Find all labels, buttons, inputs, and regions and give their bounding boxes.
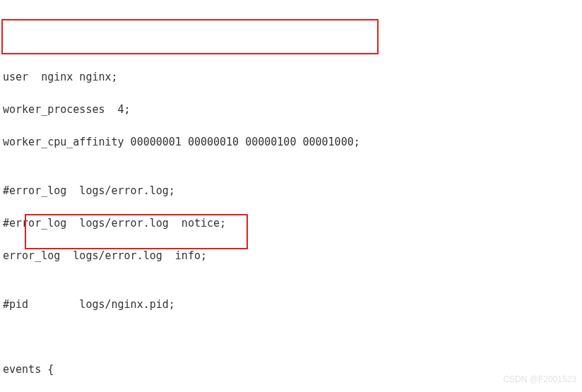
code-line-worker-cpu-affinity: worker_cpu_affinity 00000001 00000010 00… [3, 134, 579, 150]
highlight-box-worker [1, 19, 379, 54]
code-line: user nginx nginx; [3, 69, 579, 85]
code-line-events-open: events { [3, 362, 579, 378]
code-line: #error_log logs/error.log notice; [3, 215, 579, 232]
watermark-text: CSDN @F2001523 [503, 372, 576, 388]
code-line: #pid logs/nginx.pid; [3, 297, 579, 313]
code-line: #error_log logs/error.log; [3, 183, 579, 199]
code-line-worker-processes: worker_processes 4; [3, 102, 579, 118]
code-line: error_log logs/error.log info; [3, 248, 579, 264]
